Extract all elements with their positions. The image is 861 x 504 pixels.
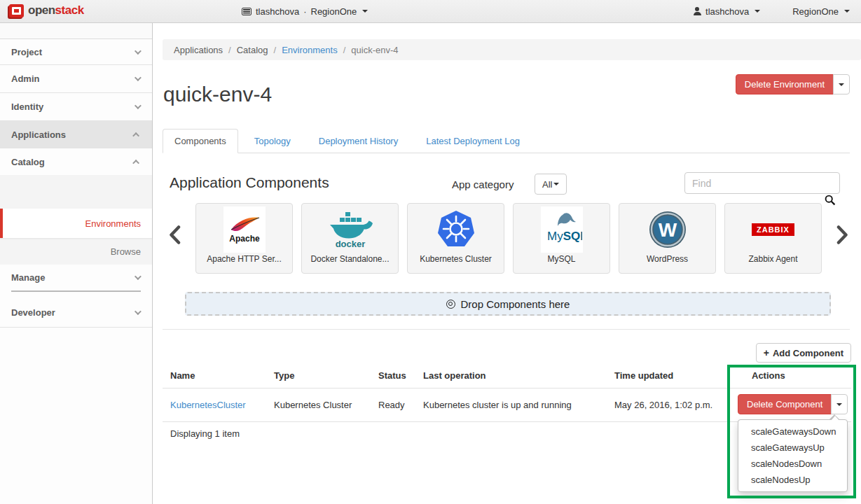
menu-item-scale-gateways-up[interactable]: scaleGatewaysUp	[738, 440, 847, 456]
component-card-kubernetes[interactable]: Kubernetes Cluster	[407, 203, 504, 274]
sidebar-item-label: Manage	[11, 272, 45, 283]
mysql-logo-icon: MySQL.	[541, 206, 583, 253]
docker-logo-icon: docker	[327, 206, 373, 253]
region-menu[interactable]: RegionOne	[792, 6, 850, 17]
row-name-link[interactable]: KubernetesCluster	[170, 400, 246, 410]
chevron-down-icon	[135, 102, 142, 109]
column-header-status: Status	[378, 370, 406, 381]
tab-topology[interactable]: Topology	[242, 129, 303, 153]
chevron-up-icon	[132, 132, 139, 139]
drop-components-zone[interactable]: Drop Components here	[185, 292, 831, 316]
section-divider	[163, 329, 850, 330]
sidebar-item-admin[interactable]: Admin	[0, 65, 152, 93]
tab-latest-deployment-log[interactable]: Latest Deployment Log	[414, 129, 532, 153]
tab-components[interactable]: Components	[163, 129, 238, 153]
component-card-label: WordPress	[647, 254, 688, 264]
add-component-button[interactable]: + Add Component	[756, 343, 851, 363]
apache-logo-icon: Apache	[223, 206, 266, 253]
openstack-wordmark: openstack	[28, 4, 84, 18]
delete-environment-dropdown-toggle[interactable]	[833, 74, 850, 94]
carousel-next-button[interactable]	[836, 225, 848, 246]
caret-down-icon	[362, 10, 368, 13]
chevron-down-icon	[135, 48, 142, 55]
component-card-label: Docker Standalone...	[310, 254, 389, 264]
caret-down-icon	[844, 10, 850, 13]
breadcrumb-item: Catalog	[237, 45, 268, 55]
row-type: Kubernetes Cluster	[274, 400, 352, 410]
sidebar-item-project[interactable]: Project	[0, 39, 152, 65]
delete-component-dropdown-toggle[interactable]	[831, 394, 848, 414]
component-card-label: Apache HTTP Ser...	[207, 254, 282, 264]
row-status: Ready	[378, 400, 405, 410]
breadcrumb-item: Applications	[174, 45, 223, 55]
delete-environment-button[interactable]: Delete Environment	[736, 74, 834, 94]
dropdown-notch	[831, 416, 839, 421]
openstack-logo[interactable]: openstack	[9, 4, 84, 18]
delete-environment-split-button: Delete Environment	[736, 74, 850, 94]
sidebar-item-label: Environments	[85, 218, 141, 229]
breadcrumb: Applications / Catalog / Environments / …	[163, 39, 861, 60]
sidebar-item-label: Catalog	[11, 157, 45, 167]
component-card-label: MySQL	[547, 254, 575, 264]
caret-down-icon	[755, 10, 760, 13]
sidebar-item-label: Browse	[111, 246, 141, 257]
project-region-switcher[interactable]: tlashchova · RegionOne	[242, 0, 368, 22]
plus-icon: +	[764, 347, 769, 358]
topbar: openstack tlashchova · RegionOne tlashch…	[0, 0, 861, 23]
chevron-up-icon	[132, 159, 139, 166]
row-time-updated: May 26, 2016, 1:02 p.m.	[614, 400, 712, 410]
table-header-divider	[163, 388, 851, 388]
sidebar-item-label: Developer	[11, 307, 55, 318]
menu-item-scale-gateways-down[interactable]: scaleGatewaysDown	[738, 424, 847, 440]
openstack-cube-icon	[9, 4, 24, 18]
add-component-label: Add Component	[773, 348, 843, 358]
component-card-docker[interactable]: docker Docker Standalone...	[301, 203, 399, 274]
search-icon[interactable]	[825, 195, 836, 208]
horizon-dashboard: openstack tlashchova · RegionOne tlashch…	[0, 0, 861, 504]
sidebar-item-catalog[interactable]: Catalog	[0, 148, 152, 175]
svg-text:Apache: Apache	[229, 234, 260, 244]
menu-item-scale-nodes-up[interactable]: scaleNodesUp	[738, 472, 847, 488]
chevron-down-icon	[135, 273, 142, 280]
app-category-label: App category	[452, 178, 514, 190]
chevron-down-icon	[135, 74, 142, 81]
component-card-mysql[interactable]: MySQL. MySQL	[513, 203, 610, 274]
sidebar-item-developer[interactable]: Developer	[0, 298, 152, 328]
breadcrumb-separator: /	[228, 45, 231, 55]
sidebar-item-identity[interactable]: Identity	[0, 93, 152, 121]
component-card-apache[interactable]: Apache Apache HTTP Ser...	[195, 203, 293, 274]
chevron-down-icon	[135, 308, 142, 315]
delete-component-button[interactable]: Delete Component	[738, 394, 832, 414]
tab-bar: Components Topology Deployment History L…	[163, 129, 850, 153]
sidebar-item-browse[interactable]: Browse	[0, 238, 152, 265]
column-header-actions: Actions	[752, 370, 785, 381]
svg-text:W: W	[658, 219, 677, 241]
component-actions-menu: scaleGatewaysDown scaleGatewaysUp scaleN…	[738, 419, 848, 492]
zabbix-logo-icon: ZABBIX	[752, 206, 794, 253]
component-card-zabbix[interactable]: ZABBIX Zabbix Agent	[724, 203, 822, 274]
find-input[interactable]	[684, 172, 840, 194]
section-heading: Application Components	[170, 174, 329, 191]
wordpress-logo-icon: W	[648, 206, 687, 253]
column-header-last-operation: Last operation	[423, 370, 486, 381]
svg-text:docker: docker	[335, 239, 365, 249]
component-card-wordpress[interactable]: W WordPress	[619, 203, 716, 274]
sidebar-item-label: Admin	[11, 74, 39, 84]
tab-deployment-history[interactable]: Deployment History	[307, 129, 410, 153]
svg-text:MySQL.: MySQL.	[547, 230, 582, 243]
breadcrumb-link-environments[interactable]: Environments	[282, 45, 337, 55]
drop-zone-label: Drop Components here	[461, 298, 570, 310]
project-list-icon	[242, 8, 252, 15]
app-category-dropdown[interactable]: All	[535, 174, 567, 195]
menu-item-scale-nodes-down[interactable]: scaleNodesDown	[738, 456, 847, 472]
context-region-name: RegionOne	[311, 6, 357, 17]
carousel-prev-button[interactable]	[169, 225, 181, 246]
sidebar-item-label: Applications	[11, 130, 66, 140]
sidebar-item-applications[interactable]: Applications	[0, 121, 152, 148]
target-icon	[446, 300, 455, 309]
sidebar-item-manage[interactable]: Manage	[0, 265, 152, 290]
table-footer-count: Displaying 1 item	[170, 428, 240, 439]
sidebar-item-environments[interactable]: Environments	[0, 209, 152, 238]
breadcrumb-separator: /	[343, 45, 346, 55]
user-menu[interactable]: tlashchova	[693, 6, 760, 17]
